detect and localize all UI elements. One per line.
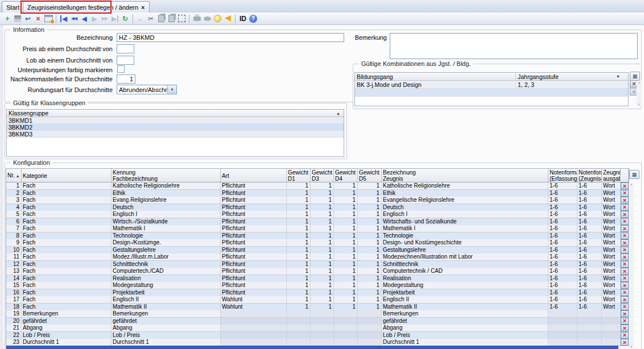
column-header-d3[interactable]: GewichtD3	[311, 169, 334, 182]
delete-row-button[interactable]: ×	[621, 239, 629, 246]
last-record-icon[interactable]: ▶	[110, 14, 120, 24]
export-icon[interactable]	[202, 14, 212, 24]
print-icon[interactable]	[192, 14, 202, 24]
delete-row-button[interactable]: ×	[621, 339, 629, 346]
konfiguration-row[interactable]: 15FachModegestaltungPflichtunt1111Modege…	[6, 282, 629, 289]
konfiguration-row[interactable]: 10FachGestaltungslehrePflichtunt1111Gest…	[6, 247, 629, 254]
delete-row-button[interactable]: ×	[621, 204, 629, 211]
column-header-kategorie[interactable]: Kategorie	[22, 169, 112, 182]
konfiguration-row[interactable]: 5FachEnglisch IPflichtunt1111Englisch I1…	[6, 211, 629, 218]
konfiguration-grid-settings-button[interactable]: ▦	[629, 170, 639, 179]
tab-zeugniseinstellungen[interactable]: Zeugniseinstellungen festlegen / ändern …	[23, 1, 150, 13]
lob-input[interactable]	[117, 56, 134, 65]
konfiguration-row[interactable]: 17FachEnglisch IIWahlunt1111Englisch II1…	[6, 296, 629, 304]
new-record-icon[interactable]: +	[2, 14, 13, 24]
next-record-icon[interactable]: ▶	[89, 14, 100, 24]
kombinationen-col-bildungsgang[interactable]: Bildungsgang	[355, 73, 516, 80]
konfiguration-scrollbar[interactable]: ▲ ▼	[629, 182, 634, 348]
kombinationen-scrollbar[interactable]: ▲ ▼	[637, 81, 642, 106]
delete-row-button[interactable]: ×	[621, 304, 629, 310]
column-header-d5[interactable]: GewichtD5	[358, 169, 382, 182]
hint-icon[interactable]	[212, 14, 222, 24]
konfiguration-row[interactable]: 22Lob / PreisLob / PreisLob / Preis×	[6, 332, 629, 339]
konfiguration-row[interactable]: 6FachWirtsch.-/SozialkundePflichtunt1111…	[6, 218, 629, 226]
delete-row-button[interactable]: ×	[621, 218, 629, 225]
cut-icon[interactable]: ✂	[146, 14, 156, 24]
konfiguration-row[interactable]: 18FachMathematik IIWahlunt1111Mathematik…	[6, 304, 629, 311]
konfiguration-row[interactable]: 20gefährdetgefährdetgefährdet×	[6, 318, 629, 325]
konfiguration-row[interactable]: 2FachEthikPflichtunt1111Ethik1-61-6Wort×	[6, 190, 629, 197]
delete-row-button[interactable]: ×	[621, 325, 629, 331]
konfiguration-row[interactable]: 9FachDesign-/Kostümge.Pflichtunt1111Desi…	[6, 239, 629, 247]
save-icon[interactable]	[13, 14, 23, 24]
klassengruppe-row[interactable]: 3BKMD3	[7, 131, 344, 138]
konfiguration-row[interactable]: 19BemerkungenBemerkungenBemerkungen×	[6, 310, 629, 318]
column-header-kennung[interactable]: KennungFachbezeichnung	[112, 169, 221, 182]
kombination-row[interactable]	[355, 89, 628, 97]
konfiguration-row[interactable]: 12FachSchnitttechnikPflichtunt1111Schnit…	[6, 261, 629, 268]
kombination-row[interactable]: BK 3-j.Mode und Design1, 2, 3	[355, 81, 628, 89]
help-icon[interactable]: ?	[248, 14, 258, 24]
konfiguration-row[interactable]: 3FachEvang.ReligionslehrePflichtunt1111E…	[6, 197, 629, 204]
delete-row-button[interactable]: ×	[621, 261, 629, 268]
delete-row-button[interactable]: ×	[621, 182, 629, 189]
konfiguration-row[interactable]: 13FachComputertech./CADPflichtunt1111Com…	[6, 268, 629, 275]
refresh-icon[interactable]: ↻	[120, 14, 130, 24]
konfiguration-row[interactable]: 14FachRealisationPflichtunt1111Realisati…	[6, 275, 629, 282]
id-icon[interactable]: ID	[238, 14, 248, 24]
delete-row-button[interactable]: ×	[621, 211, 629, 218]
first-record-icon[interactable]: ◀	[59, 14, 69, 24]
column-header-nr[interactable]: Nr. ▲	[6, 169, 22, 182]
column-header-nf_erfassung[interactable]: Notenformat(Erfassung)	[548, 169, 577, 182]
delete-row-button[interactable]: ×	[621, 282, 629, 289]
column-header-bezeichnung[interactable]: BezeichnungZeugnis	[382, 169, 548, 182]
kombinationen-col-jahrgangsstufe[interactable]: Jahrgangsstufe	[516, 73, 616, 80]
konfiguration-row[interactable]: 11FachModez./Illustr.m.LaborPflichtunt11…	[6, 254, 629, 261]
delete-row-button[interactable]: ×	[621, 197, 629, 203]
scroll-up-icon[interactable]: ▲	[630, 182, 633, 186]
select-region-icon[interactable]	[176, 14, 187, 24]
klassengruppe-row[interactable]: 3BKMD1	[7, 117, 344, 124]
column-header-d4[interactable]: GewichtD4	[334, 169, 358, 182]
scroll-up-icon[interactable]: ▲	[638, 81, 641, 84]
back-icon[interactable]: ←	[135, 14, 146, 24]
konfiguration-row[interactable]: 23Durchschnitt 1Durchschnitt 1Durchschni…	[6, 339, 629, 346]
previous-record-icon[interactable]: ◀	[79, 14, 89, 24]
konfiguration-row[interactable]: 21AbgangAbgangAbgang×	[6, 325, 629, 332]
scroll-down-icon[interactable]: ▼	[630, 345, 633, 348]
konfiguration-row[interactable]: 7FachMathematik IPflichtunt1111Mathemati…	[6, 225, 629, 232]
column-header-ausgabe[interactable]: Zeugnis-ausgabe	[602, 169, 621, 182]
unterpunktungen-checkbox[interactable]	[117, 65, 125, 73]
delete-row-button[interactable]: ×	[621, 225, 629, 232]
delete-row-button[interactable]: ×	[621, 190, 629, 197]
scroll-down-icon[interactable]: ▼	[638, 103, 641, 106]
delete-row-button[interactable]: ×	[621, 268, 629, 275]
klassengruppen-sort-icon[interactable]: ▲	[336, 111, 340, 115]
delete-row-button[interactable]: ×	[621, 275, 629, 282]
bemerkung-textarea[interactable]	[390, 33, 638, 59]
preis-input[interactable]	[117, 44, 134, 53]
rundungsart-select[interactable]: Abrunden/Abschneiden ▼	[117, 85, 177, 94]
klassengruppe-row[interactable]: 3BKMD2	[7, 124, 344, 131]
column-header-d1[interactable]: GewichtD1	[287, 169, 311, 182]
konfiguration-row[interactable]: 1FachKatholische ReligionslehrePflichtun…	[6, 182, 629, 190]
klassengruppen-header-row[interactable]: Klassengruppe ▲	[7, 110, 344, 117]
delete-row-button[interactable]: ×	[621, 289, 629, 296]
delete-row-button[interactable]: ×	[621, 247, 629, 254]
delete-row-button[interactable]: ×	[621, 296, 629, 303]
delete-row-button[interactable]: ×	[621, 310, 629, 317]
delete-icon[interactable]: ×	[33, 14, 43, 24]
rundungsart-dropdown-icon[interactable]: ▼	[167, 85, 176, 94]
konfiguration-row[interactable]: 4FachDeutschPflichtunt1111Deutsch1-61-6W…	[6, 204, 629, 211]
delete-row-button[interactable]: ×	[621, 254, 629, 260]
column-header-art[interactable]: Art	[221, 169, 287, 182]
konfiguration-selected-row-partial[interactable]	[6, 346, 618, 349]
konfiguration-row[interactable]: 16FachProjektarbeitPflichtunt1111Projekt…	[6, 289, 629, 297]
delete-row-button[interactable]: ×	[621, 318, 629, 325]
next-page-icon[interactable]: ▶▶	[100, 14, 110, 24]
paste-icon[interactable]	[166, 14, 176, 24]
delete-row-button[interactable]: ×	[621, 232, 629, 239]
kombinationen-grid-settings-button[interactable]: ▦	[630, 72, 640, 81]
tab-zeugniseinstellungen-close-icon[interactable]: ×	[141, 5, 145, 10]
konfiguration-row[interactable]: 8FachTechnologiePflichtunt1111Technologi…	[6, 232, 629, 240]
